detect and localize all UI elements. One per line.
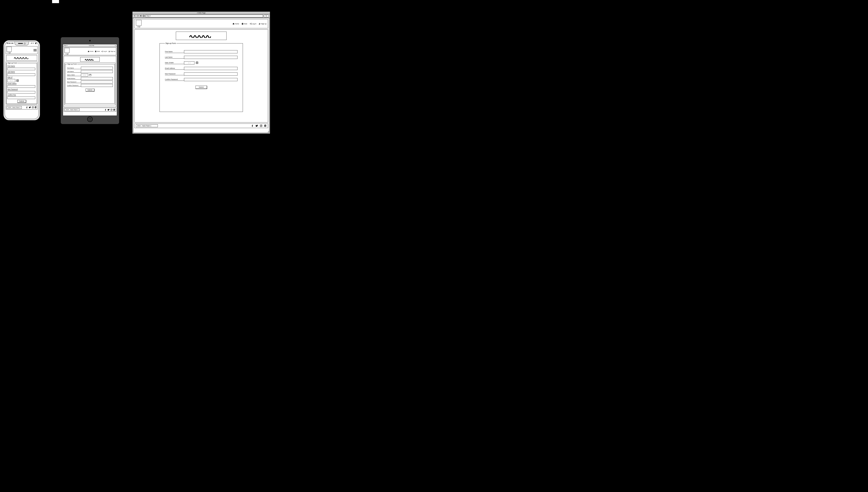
confirm-password-label: Confirm Password xyxy=(165,78,184,81)
last-name-input[interactable] xyxy=(184,56,237,59)
calendar-icon[interactable] xyxy=(89,74,91,76)
tablet-carrier: iPad ᯤ xyxy=(64,45,68,46)
first-name-input[interactable] xyxy=(184,50,237,53)
submit-button[interactable]: Submit xyxy=(195,85,207,89)
first-name-input[interactable] xyxy=(81,67,113,70)
tablet-header: Logo Home Note Log in xyxy=(64,47,116,55)
svg-point-34 xyxy=(259,23,260,24)
tablet-time: 5:43 PM xyxy=(89,45,94,46)
logo[interactable]: Logo xyxy=(64,48,70,55)
forward-icon[interactable] xyxy=(137,15,139,18)
nav-login[interactable]: Log in xyxy=(101,51,107,52)
last-name-input[interactable] xyxy=(7,73,35,76)
hero-banner xyxy=(80,57,100,62)
logo-label: Logo xyxy=(137,26,140,27)
svg-point-44 xyxy=(262,125,262,125)
signal-icon: .ıl xyxy=(30,42,32,44)
first-name-input[interactable] xyxy=(7,68,35,70)
facebook-icon[interactable] xyxy=(26,106,28,108)
close-icon[interactable] xyxy=(140,15,142,17)
search-button[interactable] xyxy=(264,15,269,17)
twitter-icon[interactable] xyxy=(255,125,258,127)
nav-note[interactable]: Note xyxy=(241,23,247,25)
facebook-icon[interactable] xyxy=(251,125,254,127)
nav-login[interactable]: Log in xyxy=(249,23,256,25)
nav-signup[interactable]: Sign up xyxy=(108,51,115,52)
twitter-icon[interactable] xyxy=(107,109,110,111)
new-password-label: New Password xyxy=(67,81,81,83)
linkedin-icon[interactable] xyxy=(113,109,115,111)
svg-rect-46 xyxy=(265,125,265,126)
linkedin-icon[interactable] xyxy=(34,106,36,108)
dob-input[interactable] xyxy=(7,79,15,82)
facebook-icon[interactable] xyxy=(105,109,107,111)
battery-icon: ▮▯ xyxy=(35,42,37,44)
dob-input[interactable] xyxy=(184,61,194,65)
instagram-icon[interactable] xyxy=(260,125,262,127)
new-password-input[interactable] xyxy=(184,72,237,76)
login-icon xyxy=(101,51,103,52)
last-name-label: Last Name xyxy=(7,71,15,73)
email-input[interactable] xyxy=(81,77,113,80)
instagram-icon[interactable] xyxy=(32,106,34,108)
email-label: Email Address xyxy=(165,67,184,70)
home-icon xyxy=(88,51,89,52)
logo[interactable]: Logo xyxy=(7,47,11,53)
dob-label: Date of Birth xyxy=(67,74,81,76)
linkedin-icon[interactable] xyxy=(264,125,266,127)
social-links xyxy=(251,125,266,127)
tablet-battery-icon: ▭ xyxy=(115,45,116,46)
confirm-password-input[interactable] xyxy=(7,97,35,99)
twitter-icon[interactable] xyxy=(29,106,31,108)
dob-input[interactable] xyxy=(81,74,88,76)
logo[interactable]: Logo xyxy=(136,20,141,27)
copyright-text: 2024 - Hack-Team-1 xyxy=(64,108,80,111)
tablet-device-frame: iPad ᯤ 5:43 PM ▭ Logo Home xyxy=(61,37,119,124)
confirm-password-label: Confirm Pas xyxy=(7,94,16,96)
tablet-camera-icon xyxy=(89,40,90,41)
nav-signup[interactable]: Sign up xyxy=(259,23,266,25)
resize-grip-icon[interactable] xyxy=(267,130,270,133)
nav-note[interactable]: Note xyxy=(95,51,100,52)
login-icon xyxy=(249,23,252,25)
nav-signup-label: Sign up xyxy=(111,51,115,52)
instagram-icon[interactable] xyxy=(110,109,112,111)
home-icon xyxy=(233,23,235,25)
new-password-input[interactable] xyxy=(7,91,35,94)
svg-rect-26 xyxy=(114,109,114,110)
social-links xyxy=(26,106,36,108)
svg-point-43 xyxy=(261,125,262,126)
back-icon[interactable] xyxy=(133,15,136,18)
email-label: Email Addres xyxy=(7,83,17,85)
desktop-body: Sign-up Form First Name Last Name Date o… xyxy=(134,29,268,122)
email-input[interactable] xyxy=(7,85,35,88)
first-name-label: First Name xyxy=(7,65,15,67)
submit-button[interactable]: Submit xyxy=(17,100,26,103)
tablet-home-button[interactable] xyxy=(87,116,93,122)
last-name-input[interactable] xyxy=(81,70,113,73)
nav-home[interactable]: Home xyxy=(88,51,94,52)
calendar-icon[interactable] xyxy=(196,62,198,65)
svg-line-50 xyxy=(269,132,269,132)
new-password-input[interactable] xyxy=(81,81,113,83)
hamburger-menu-icon[interactable] xyxy=(33,49,36,51)
tablet-screen: iPad ᯤ 5:43 PM ▭ Logo Home xyxy=(63,44,117,116)
nav-home[interactable]: Home xyxy=(233,23,239,25)
calendar-icon[interactable] xyxy=(16,79,19,82)
tablet-status-bar: iPad ᯤ 5:43 PM ▭ xyxy=(63,44,117,47)
email-input[interactable] xyxy=(184,67,237,70)
phone-header: Logo xyxy=(6,46,37,54)
tablet-body: Sign-up Form First Name Last Name Date o… xyxy=(64,56,116,107)
email-label: Email Addres xyxy=(67,78,81,79)
confirm-password-input[interactable] xyxy=(184,78,237,81)
nav-login-label: Log in xyxy=(103,51,107,52)
logo-label: Logo xyxy=(65,53,69,55)
home-browser-icon[interactable] xyxy=(142,15,145,18)
submit-button[interactable]: Submit xyxy=(86,89,94,91)
browser-window: A Web Page https:// Logo Home xyxy=(132,11,270,134)
confirm-password-input[interactable] xyxy=(81,84,113,87)
social-links xyxy=(105,109,115,111)
svg-point-8 xyxy=(32,107,33,108)
url-bar[interactable]: https:// xyxy=(146,15,263,17)
user-plus-icon xyxy=(108,51,110,52)
